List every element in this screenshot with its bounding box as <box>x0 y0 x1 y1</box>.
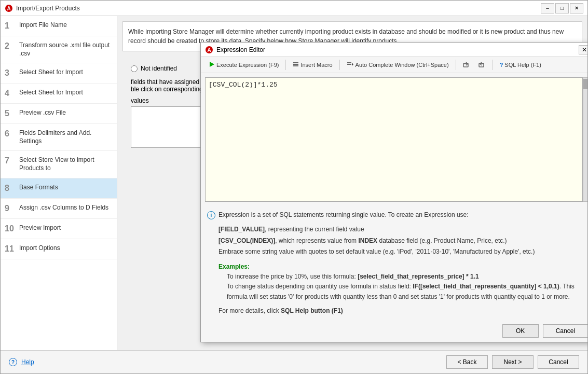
dialog-title-left: A Expression Editor <box>205 46 265 54</box>
sidebar-item-9[interactable]: 9 Assign .csv Columns to D Fields <box>1 199 117 219</box>
sidebar-label-8: Base Formats <box>19 184 58 192</box>
vertical-scrollbar[interactable] <box>583 77 587 202</box>
sidebar-item-1[interactable]: 1 Import File Name <box>1 16 117 36</box>
sidebar-item-3[interactable]: 3 Select Sheet for Import <box>1 63 117 84</box>
field-value-desc: , representing the current field value <box>265 226 364 233</box>
minimize-button[interactable]: – <box>541 3 554 13</box>
not-identified-label: Not identified <box>141 65 177 72</box>
sidebar-label-5: Preview .csv File <box>19 109 66 117</box>
insert-macro-button[interactable]: Insert Macro <box>289 59 336 71</box>
sidebar-label-2: Transform source .xml file output .csv <box>19 41 113 58</box>
sidebar-num-11: 11 <box>5 244 15 254</box>
sidebar-item-6[interactable]: 6 Fields Delimiters and Add. Settings <box>1 124 117 151</box>
dialog-title: Expression Editor <box>216 46 265 53</box>
sidebar-item-5[interactable]: 5 Preview .csv File <box>1 104 117 124</box>
svg-rect-7 <box>293 65 298 66</box>
example2-text: To change status depending on quantity u… <box>227 283 411 290</box>
sidebar-num-1: 1 <box>5 21 15 31</box>
execute-expression-button[interactable]: Execute Expression (F9) <box>205 59 282 71</box>
main-content: 1 Import File Name 2 Transform source .x… <box>1 16 587 350</box>
app-icon: A <box>5 4 13 12</box>
more-details-text: For more details, click <box>218 307 279 314</box>
svg-rect-8 <box>347 62 351 63</box>
sidebar-num-2: 2 <box>5 41 15 51</box>
sql-help-label: SQL Help (F1) <box>504 62 541 68</box>
auto-complete-label: Auto Complete Window (Ctrl+Space) <box>355 62 449 68</box>
expression-editor-dialog: A Expression Editor ✕ Execute Expression… <box>200 42 587 342</box>
sidebar-label-7: Select Store View to import Products to <box>19 156 113 172</box>
csv-col-line: [CSV_COL(INDEX)], which represents value… <box>218 236 587 247</box>
svg-text:A: A <box>7 6 10 11</box>
sidebar-label-3: Select Sheet for Import <box>19 68 83 77</box>
scrollbar-thumb[interactable] <box>583 79 587 89</box>
main-cancel-button[interactable]: Cancel <box>538 355 579 369</box>
sidebar-item-10[interactable]: 10 Preview Import <box>1 219 117 239</box>
sql-help-btn-ref: SQL Help button (F1) <box>281 307 343 314</box>
sidebar-item-4[interactable]: 4 Select Sheet for Import <box>1 84 117 104</box>
field-value-code: [FIELD_VALUE] <box>218 226 265 233</box>
sidebar-label-9: Assign .csv Columns to D Fields <box>19 204 108 212</box>
insert-macro-icon <box>293 61 299 68</box>
sidebar-num-8: 8 <box>5 184 15 193</box>
sidebar-item-2[interactable]: 2 Transform source .xml file output .csv <box>1 36 117 63</box>
maximize-button[interactable]: □ <box>555 3 569 13</box>
svg-marker-10 <box>352 63 353 66</box>
cancel-button[interactable]: Cancel <box>543 324 587 338</box>
dialog-close-button[interactable]: ✕ <box>579 45 587 54</box>
execute-label: Execute Expression (F9) <box>216 62 279 68</box>
import-button[interactable] <box>475 60 489 70</box>
examples-section: Examples: To increase the price by 10%, … <box>207 262 587 302</box>
title-bar-left: A Import/Export Products <box>5 4 80 12</box>
sidebar-item-8[interactable]: 8 Base Formats <box>1 178 117 199</box>
auto-complete-button[interactable]: Auto Complete Window (Ctrl+Space) <box>343 59 453 71</box>
ok-button[interactable]: OK <box>502 324 539 338</box>
export-icon <box>463 62 470 68</box>
sidebar-item-11[interactable]: 11 Import Options <box>1 239 117 259</box>
example2-line: To change status depending on quantity u… <box>218 282 587 301</box>
csv-col-code: [CSV_COL(INDEX)] <box>218 237 275 244</box>
toolbar-separator-4 <box>493 60 493 70</box>
sidebar-num-7: 7 <box>5 156 15 165</box>
close-button[interactable]: ✕ <box>570 3 583 13</box>
help-link[interactable]: Help <box>21 358 34 366</box>
sql-help-button[interactable]: ? SQL Help (F1) <box>496 60 545 70</box>
string-note-line: Embrace some string value with quotes to… <box>218 246 587 258</box>
values-label: values <box>131 97 149 104</box>
svg-rect-9 <box>347 64 351 65</box>
sidebar-num-4: 4 <box>5 89 15 98</box>
toolbar-separator-2 <box>339 60 340 70</box>
svg-text:A: A <box>207 47 211 53</box>
sidebar: 1 Import File Name 2 Transform source .x… <box>1 16 117 350</box>
example1-line: To increase the price by 10%, use this f… <box>218 272 587 282</box>
svg-rect-5 <box>293 62 298 63</box>
example2-formula: IF([select_field_that_represents_quantit… <box>413 283 559 290</box>
examples-label: Examples: <box>218 262 587 272</box>
sidebar-label-10: Preview Import <box>19 224 61 232</box>
sidebar-item-7[interactable]: 7 Select Store View to import Products t… <box>1 151 117 178</box>
title-bar: A Import/Export Products – □ ✕ <box>1 1 587 16</box>
sidebar-label-4: Select Sheet for Import <box>19 89 83 97</box>
export-button[interactable] <box>459 60 474 70</box>
sidebar-num-10: 10 <box>5 224 15 233</box>
back-button[interactable]: < Back <box>446 355 488 369</box>
app-title: Import/Export Products <box>16 5 80 12</box>
dialog-toolbar: Execute Expression (F9) Insert Macro <box>201 57 587 73</box>
svg-marker-4 <box>210 62 214 67</box>
index-label: INDEX <box>358 237 377 244</box>
csv-col-desc: , which represents value from <box>275 237 357 244</box>
toolbar-separator-3 <box>456 60 456 70</box>
dialog-icon: A <box>205 46 213 54</box>
code-editor: [CSV_COL(2)]*1.25 <box>205 77 583 202</box>
sidebar-label-6: Fields Delimiters and Add. Settings <box>19 129 113 145</box>
next-button[interactable]: Next > <box>492 355 534 369</box>
toolbar-separator-1 <box>285 60 286 70</box>
field-value-line: [FIELD_VALUE], representing the current … <box>218 224 587 236</box>
not-identified-radio[interactable] <box>131 65 138 72</box>
bottom-bar-right: < Back Next > Cancel <box>446 355 579 369</box>
sidebar-label-11: Import Options <box>19 244 60 253</box>
right-panel: While importing Store Manager will deter… <box>117 16 587 350</box>
bottom-bar-left: ? Help <box>9 358 441 366</box>
svg-rect-6 <box>293 64 298 65</box>
dialog-titlebar: A Expression Editor ✕ <box>201 43 587 57</box>
sidebar-num-9: 9 <box>5 204 15 213</box>
